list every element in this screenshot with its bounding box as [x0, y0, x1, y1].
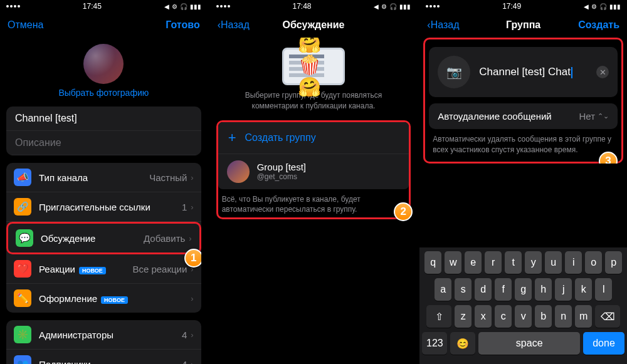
- chevron-right-icon: ›: [191, 330, 193, 340]
- key-b[interactable]: b: [535, 305, 552, 328]
- kb-row-3: ⇧zxcvbnm⌫: [422, 305, 624, 328]
- back-button[interactable]: ‹ Назад: [218, 19, 250, 31]
- clock: 17:48: [292, 2, 311, 11]
- channel-name-input[interactable]: Channel [test]: [6, 107, 201, 131]
- cancel-button[interactable]: Отмена: [8, 19, 43, 31]
- signal-dots: [426, 5, 440, 8]
- key-backspace[interactable]: ⌫: [595, 305, 620, 328]
- row-subscribers[interactable]: 👥 Подписчики 4 ›: [6, 350, 201, 364]
- status-bar: 17:49 ◀⚙🎧▮▮▮: [419, 0, 627, 13]
- footer-text: Всё, что Вы публикуете в канале, будет а…: [218, 189, 409, 218]
- status-bar: 17:45 ◀⚙🎧▮▮▮: [0, 0, 208, 13]
- key-shift[interactable]: ⇧: [426, 305, 451, 328]
- key-f[interactable]: f: [495, 278, 512, 301]
- step-badge-2: 2: [394, 202, 413, 221]
- megaphone-icon: 📣: [14, 169, 31, 186]
- row-discussion[interactable]: 💬 Обсуждение Добавить › 1: [6, 222, 201, 254]
- clear-input-button[interactable]: ✕: [596, 66, 609, 78]
- key-l[interactable]: l: [595, 278, 612, 301]
- people-icon: 👥: [14, 355, 31, 364]
- screen-create-group: 17:49 ◀⚙🎧▮▮▮ ‹ Назад Группа Создать 📷 Ch…: [419, 0, 627, 364]
- key-123[interactable]: 123: [422, 332, 447, 355]
- kb-row-2: asdfghjkl: [422, 278, 624, 301]
- key-i[interactable]: i: [565, 251, 582, 274]
- row-invite-links[interactable]: 🔗 Пригласительные ссылки 1 ›: [6, 192, 201, 222]
- key-k[interactable]: k: [575, 278, 592, 301]
- key-t[interactable]: t: [505, 251, 522, 274]
- status-icons: ◀⚙🎧▮▮▮: [164, 3, 201, 10]
- key-j[interactable]: j: [555, 278, 572, 301]
- row-reactions[interactable]: ❤️ РеакцииНОВОЕ Все реакции ›: [6, 254, 201, 284]
- avatar-section: Выбрать фотографию: [6, 38, 201, 101]
- create-group-button[interactable]: + Создать группу: [218, 122, 409, 154]
- chevron-right-icon: ›: [189, 234, 191, 243]
- key-q[interactable]: q: [424, 251, 441, 274]
- key-s[interactable]: s: [455, 278, 472, 301]
- key-e[interactable]: e: [465, 251, 482, 274]
- key-w[interactable]: w: [445, 251, 461, 274]
- autodelete-row[interactable]: Автоудаление сообщений Нет⌃⌄: [429, 103, 618, 129]
- key-p[interactable]: p: [605, 251, 622, 274]
- channel-avatar[interactable]: [83, 44, 124, 84]
- key-r[interactable]: r: [485, 251, 502, 274]
- step-badge-1: 1: [184, 249, 201, 268]
- key-d[interactable]: d: [475, 278, 492, 301]
- page-title: Группа: [506, 19, 540, 31]
- navbar: ‹ Назад Обсуждение: [210, 13, 418, 38]
- key-n[interactable]: n: [555, 305, 572, 328]
- key-emoji[interactable]: 😊: [450, 332, 475, 355]
- description-input[interactable]: Описание: [6, 131, 201, 155]
- key-o[interactable]: o: [585, 251, 602, 274]
- camera-icon[interactable]: 📷: [438, 56, 470, 88]
- done-button[interactable]: Готово: [166, 19, 199, 31]
- key-m[interactable]: m: [575, 305, 592, 328]
- group-name-input[interactable]: Channel [test] Chat: [479, 66, 587, 78]
- autodelete-desc: Автоматически удалять сообщения в этой г…: [426, 129, 620, 158]
- settings-list-1: 📣 Тип канала Частный › 🔗 Пригласительные…: [6, 163, 201, 313]
- key-h[interactable]: h: [535, 278, 552, 301]
- row-design[interactable]: ✏️ ОформлениеНОВОЕ ›: [6, 284, 201, 313]
- kb-row-1: qwertyuiop: [422, 251, 624, 274]
- signal-dots: [216, 5, 230, 8]
- name-desc-inputs: Channel [test] Описание: [6, 107, 201, 155]
- key-space[interactable]: space: [478, 332, 580, 355]
- key-v[interactable]: v: [515, 305, 532, 328]
- plus-icon: +: [228, 130, 236, 146]
- navbar: Отмена Готово: [0, 13, 208, 38]
- status-bar: 17:48 ◀⚙🎧▮▮▮: [210, 0, 418, 13]
- chat-icon: 💬: [16, 229, 33, 247]
- group-option[interactable]: Group [test] @get_coms: [218, 154, 409, 189]
- signal-dots: [6, 5, 20, 8]
- heart-icon: ❤️: [14, 260, 31, 278]
- back-button[interactable]: ‹ Назад: [427, 19, 459, 31]
- link-icon: 🔗: [14, 198, 31, 216]
- chevron-right-icon: ›: [191, 294, 193, 303]
- key-done[interactable]: done: [583, 332, 624, 355]
- chevron-right-icon: ›: [191, 173, 193, 182]
- choose-photo-link[interactable]: Выбрать фотографию: [58, 88, 149, 98]
- key-g[interactable]: g: [515, 278, 532, 301]
- group-name-block: 📷 Channel [test] Chat ✕: [429, 47, 618, 97]
- key-y[interactable]: y: [525, 251, 542, 274]
- chevron-right-icon: ›: [191, 202, 193, 212]
- key-c[interactable]: c: [495, 305, 512, 328]
- settings-list-2: ✳️ Администраторы 4 › 👥 Подписчики 4 › ⛔…: [6, 320, 201, 364]
- paint-icon: ✏️: [14, 289, 31, 307]
- screen-channel-edit: 17:45 ◀⚙🎧▮▮▮ Отмена Готово Выбрать фотог…: [0, 0, 208, 364]
- create-button[interactable]: Создать: [578, 19, 619, 31]
- keyboard: qwertyuiop asdfghjkl ⇧zxcvbnm⌫ 123 😊 spa…: [419, 247, 627, 364]
- row-channel-type[interactable]: 📣 Тип канала Частный ›: [6, 163, 201, 192]
- row-admins[interactable]: ✳️ Администраторы 4 ›: [6, 320, 201, 350]
- kb-row-4: 123 😊 space done: [422, 332, 624, 355]
- key-x[interactable]: x: [475, 305, 492, 328]
- page-title: Обсуждение: [283, 19, 345, 31]
- key-u[interactable]: u: [545, 251, 562, 274]
- status-icons: ◀⚙🎧▮▮▮: [374, 3, 411, 10]
- group-avatar: [227, 160, 250, 183]
- navbar: ‹ Назад Группа Создать: [419, 13, 627, 38]
- clock: 17:49: [502, 2, 521, 11]
- key-a[interactable]: a: [435, 278, 451, 301]
- key-z[interactable]: z: [455, 305, 472, 328]
- illustration: 🤗🍿🤗: [216, 38, 411, 88]
- chevron-right-icon: ›: [191, 360, 193, 365]
